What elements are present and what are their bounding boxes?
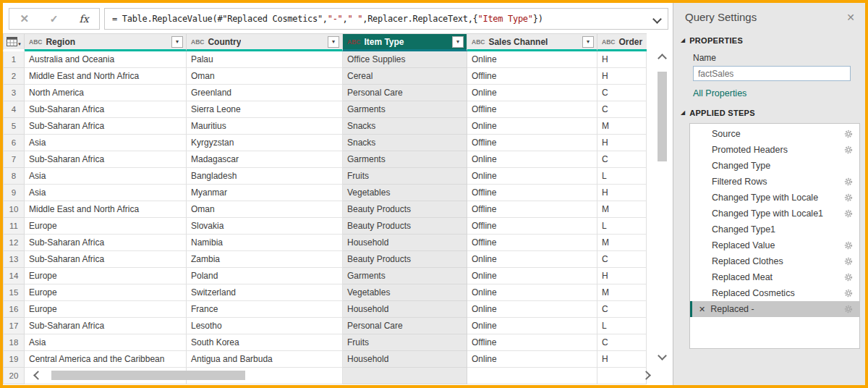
step-settings-gear-icon[interactable]	[844, 146, 853, 154]
table-cell[interactable]: Cereal	[343, 68, 467, 85]
row-number[interactable]: 10	[3, 201, 25, 218]
commit-formula-icon[interactable]: ✓	[50, 13, 59, 25]
table-cell[interactable]: Sub-Saharan Africa	[25, 318, 187, 334]
table-cell[interactable]: Central America and the Caribbean	[25, 351, 187, 368]
table-cell[interactable]: M	[597, 118, 647, 135]
table-cell[interactable]: Sub-Saharan Africa	[25, 251, 187, 268]
table-cell[interactable]: Beauty Products	[343, 218, 467, 235]
scroll-right-icon[interactable]	[642, 371, 651, 380]
table-cell[interactable]: Household	[343, 235, 467, 251]
vertical-scrollbar-thumb[interactable]	[658, 72, 667, 161]
table-cell[interactable]: Online	[467, 85, 597, 101]
row-number[interactable]: 9	[3, 185, 25, 201]
table-cell[interactable]: Sub-Saharan Africa	[25, 118, 187, 135]
row-number[interactable]: 13	[3, 251, 25, 268]
table-cell[interactable]: Sub-Saharan Africa	[25, 151, 187, 168]
cancel-formula-icon[interactable]: ✕	[20, 12, 29, 25]
applied-step-item[interactable]: ✕ Replaced -	[690, 301, 859, 317]
vertical-scrollbar[interactable]	[656, 55, 668, 359]
row-number[interactable]: 5	[3, 118, 25, 135]
table-cell[interactable]: Online	[467, 301, 597, 318]
table-cell[interactable]: Namibia	[187, 235, 343, 251]
applied-step-item[interactable]: ✕ Promoted Headers	[690, 142, 859, 158]
table-cell[interactable]: C	[597, 85, 647, 101]
table-cell[interactable]: H	[597, 135, 647, 151]
table-cell[interactable]: Australia and Oceania	[25, 51, 187, 68]
table-cell[interactable]: Beauty Products	[343, 201, 467, 218]
row-number[interactable]: 2	[3, 68, 25, 85]
column-header[interactable]: ABC Country ▾	[187, 33, 343, 51]
row-number[interactable]: 11	[3, 218, 25, 235]
applied-step-item[interactable]: ✕ Filtered Rows	[690, 174, 859, 190]
row-number[interactable]: 4	[3, 101, 25, 118]
table-cell[interactable]: Antigua and Barbuda	[187, 351, 343, 368]
applied-step-item[interactable]: ✕ Changed Type with Locale1	[690, 206, 859, 222]
table-cell[interactable]: Oman	[187, 201, 343, 218]
table-cell[interactable]: Beauty Products	[343, 251, 467, 268]
table-cell[interactable]: Personal Care	[343, 85, 467, 101]
table-cell[interactable]: Online	[467, 351, 597, 368]
step-settings-gear-icon[interactable]	[844, 305, 853, 313]
table-cell[interactable]: H	[597, 268, 647, 284]
applied-step-item[interactable]: ✕ Changed Type1	[690, 222, 859, 237]
delete-step-icon[interactable]: ✕	[699, 305, 705, 313]
step-settings-gear-icon[interactable]	[844, 130, 853, 138]
table-cell[interactable]: Middle East and North Africa	[25, 68, 187, 85]
table-cell[interactable]: Online	[467, 251, 597, 268]
all-properties-link[interactable]: All Properties	[693, 88, 865, 98]
row-number[interactable]: 15	[3, 284, 25, 301]
table-cell[interactable]: M	[597, 201, 647, 218]
table-cell[interactable]: Offline	[467, 334, 597, 351]
row-number[interactable]: 18	[3, 334, 25, 351]
table-cell[interactable]: Mauritius	[187, 118, 343, 135]
table-cell[interactable]: Online	[467, 284, 597, 301]
step-settings-gear-icon[interactable]	[844, 177, 853, 186]
table-cell[interactable]: C	[597, 301, 647, 318]
step-settings-gear-icon[interactable]	[844, 193, 853, 202]
table-cell[interactable]: Household	[343, 351, 467, 368]
filter-dropdown-button[interactable]: ▾	[328, 36, 339, 48]
table-cell[interactable]: Online	[467, 151, 597, 168]
close-panel-icon[interactable]: ✕	[846, 12, 855, 23]
table-cell[interactable]: Garments	[343, 101, 467, 118]
table-cell[interactable]: Switzerland	[187, 284, 343, 301]
table-cell[interactable]: H	[597, 68, 647, 85]
table-cell[interactable]: Offline	[467, 185, 597, 201]
table-cell[interactable]: Sierra Leone	[187, 101, 343, 118]
applied-steps-section-header[interactable]: ◢ APPLIED STEPS	[681, 109, 865, 117]
row-number[interactable]: 20	[3, 368, 25, 384]
table-cell[interactable]: L	[597, 318, 647, 334]
table-cell[interactable]: Personal Care	[343, 318, 467, 334]
table-cell[interactable]: Vegetables	[343, 284, 467, 301]
table-cell[interactable]: Madagascar	[187, 151, 343, 168]
table-cell[interactable]: C	[597, 101, 647, 118]
table-cell[interactable]: Online	[467, 268, 597, 284]
horizontal-scrollbar-thumb[interactable]	[51, 371, 245, 380]
table-cell[interactable]: Poland	[187, 268, 343, 284]
step-settings-gear-icon[interactable]	[844, 241, 853, 250]
table-cell[interactable]: H	[597, 185, 647, 201]
expander-triangle-icon[interactable]: ◢	[681, 38, 685, 43]
table-cell[interactable]: Asia	[25, 185, 187, 201]
scroll-down-icon[interactable]	[658, 351, 667, 360]
applied-step-item[interactable]: ✕ Replaced Clothes	[690, 253, 859, 269]
column-header[interactable]: ABC Item Type ▾	[343, 33, 467, 51]
table-cell[interactable]: North America	[25, 85, 187, 101]
table-cell[interactable]: Palau	[187, 51, 343, 68]
table-cell[interactable]: Garments	[343, 268, 467, 284]
formula-expand-chevron-icon[interactable]	[652, 14, 662, 24]
table-cell[interactable]: Fruits	[343, 334, 467, 351]
table-cell[interactable]: Asia	[25, 135, 187, 151]
table-cell[interactable]: M	[597, 284, 647, 301]
table-cell[interactable]: Offline	[467, 135, 597, 151]
table-cell[interactable]: Online	[467, 318, 597, 334]
scroll-left-icon[interactable]	[33, 371, 43, 380]
table-cell[interactable]: Slovakia	[187, 218, 343, 235]
applied-step-item[interactable]: ✕ Replaced Cosmetics	[690, 285, 859, 301]
table-cell[interactable]: Greenland	[187, 85, 343, 101]
step-settings-gear-icon[interactable]	[844, 257, 853, 266]
row-number[interactable]: 19	[3, 351, 25, 368]
row-number[interactable]: 6	[3, 135, 25, 151]
applied-step-item[interactable]: ✕ Source	[690, 126, 859, 142]
table-cell[interactable]: Office Supplies	[343, 51, 467, 68]
